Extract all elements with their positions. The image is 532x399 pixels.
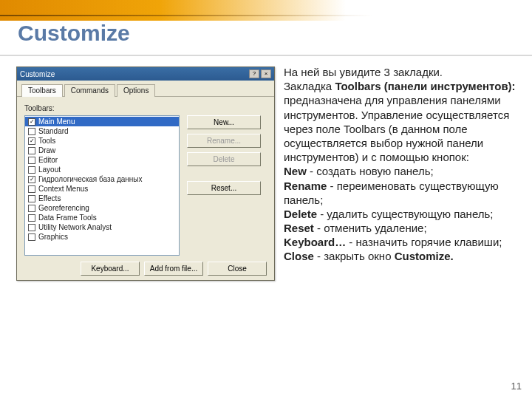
list-item-label: Гидрологическая база данных <box>38 175 143 183</box>
list-item[interactable]: ✓Tools <box>25 136 179 146</box>
list-item-label: Effects <box>38 194 61 202</box>
new-button[interactable]: New... <box>187 115 261 129</box>
reset-button[interactable]: Reset... <box>187 181 261 195</box>
list-item[interactable]: Context Menus <box>25 184 179 194</box>
list-item[interactable]: Graphics <box>25 232 179 242</box>
list-item-label: Main Menu <box>38 117 75 126</box>
dialog-titlebar: Customize ? × <box>17 67 274 81</box>
page-number: 11 <box>511 381 522 392</box>
header-divider <box>0 55 532 56</box>
tab-commands[interactable]: Commands <box>64 84 115 97</box>
tab-options[interactable]: Options <box>117 84 155 97</box>
checkbox-icon[interactable] <box>28 195 35 202</box>
customize-dialog: Customize ? × Toolbars Commands Options … <box>16 66 275 281</box>
list-item-label: Layout <box>38 166 61 174</box>
list-item[interactable]: Effects <box>25 194 179 203</box>
list-item[interactable]: ✓Гидрологическая база данных <box>25 174 179 184</box>
list-item-label: Graphics <box>38 233 68 241</box>
help-icon[interactable]: ? <box>249 69 259 78</box>
list-item[interactable]: Georeferencing <box>25 203 179 213</box>
dialog-title: Customize <box>20 70 55 78</box>
delete-button[interactable]: Delete <box>187 152 261 166</box>
keyboard-button[interactable]: Keyboard... <box>81 262 140 276</box>
page-header: Customize <box>18 21 130 46</box>
list-item-label: Tools <box>38 137 55 145</box>
toolbars-label: Toolbars: <box>24 104 267 112</box>
checkbox-icon[interactable] <box>28 166 35 174</box>
dialog-body: Toolbars: ✓Main MenuStandard✓ToolsDrawEd… <box>17 97 274 262</box>
list-item[interactable]: Draw <box>25 146 179 155</box>
list-item-label: Draw <box>38 146 55 154</box>
close-button[interactable]: Close <box>208 262 267 276</box>
bottom-bar: Keyboard... Add from file... Close <box>81 262 267 276</box>
list-item[interactable]: ✓Main Menu <box>25 117 179 126</box>
checkbox-icon[interactable] <box>28 147 35 154</box>
checkbox-icon[interactable] <box>28 224 35 231</box>
description-text: На ней вы увидите 3 закладки. Закладка T… <box>284 65 519 264</box>
list-item-label: Georeferencing <box>38 204 89 212</box>
checkbox-icon[interactable] <box>28 185 35 193</box>
page-title: Customize <box>18 21 130 46</box>
right-buttons: New... Rename... Delete Reset... <box>187 115 261 256</box>
titlebar-buttons: ? × <box>249 69 271 78</box>
checkbox-icon[interactable]: ✓ <box>28 176 35 183</box>
toolbars-listbox-wrap: ✓Main MenuStandard✓ToolsDrawEditorLayout… <box>24 115 180 256</box>
list-item[interactable]: Layout <box>25 165 179 174</box>
checkbox-icon[interactable] <box>28 205 35 212</box>
checkbox-icon[interactable]: ✓ <box>28 118 35 126</box>
slide-banner <box>0 0 532 21</box>
rename-button[interactable]: Rename... <box>187 134 261 148</box>
addfromfile-button[interactable]: Add from file... <box>144 262 203 276</box>
list-item-label: Context Menus <box>38 185 88 193</box>
checkbox-icon[interactable] <box>28 128 35 135</box>
list-item[interactable]: Editor <box>25 155 179 165</box>
checkbox-icon[interactable]: ✓ <box>28 137 35 145</box>
list-item[interactable]: Data Frame Tools <box>25 213 179 222</box>
checkbox-icon[interactable] <box>28 214 35 222</box>
list-item-label: Utility Network Analyst <box>38 223 112 231</box>
tab-strip: Toolbars Commands Options <box>17 81 274 97</box>
list-item-label: Standard <box>38 127 69 135</box>
list-item[interactable]: Standard <box>25 126 179 136</box>
list-item-label: Data Frame Tools <box>38 214 97 222</box>
list-item[interactable]: Utility Network Analyst <box>25 222 179 232</box>
tab-toolbars[interactable]: Toolbars <box>21 84 63 97</box>
checkbox-icon[interactable] <box>28 157 35 164</box>
list-item-label: Editor <box>38 156 58 164</box>
toolbars-listbox[interactable]: ✓Main MenuStandard✓ToolsDrawEditorLayout… <box>24 115 180 256</box>
close-icon[interactable]: × <box>261 69 271 78</box>
checkbox-icon[interactable] <box>28 233 35 241</box>
